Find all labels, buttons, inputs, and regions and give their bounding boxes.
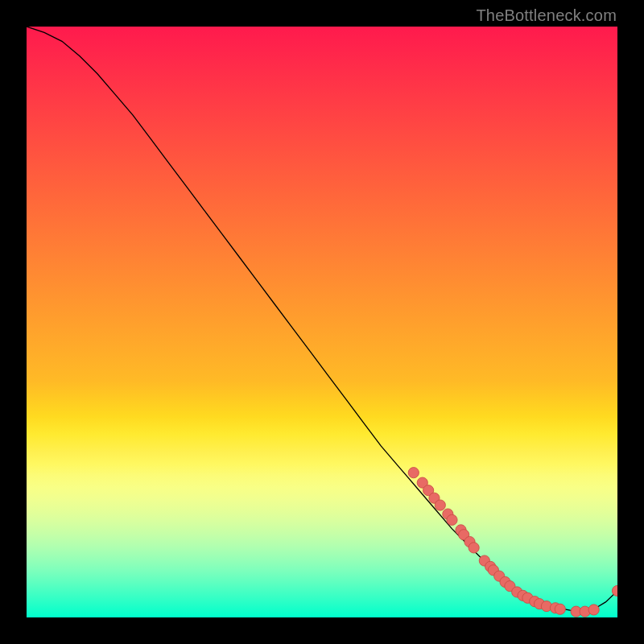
- watermark-text: TheBottleneck.com: [476, 6, 617, 25]
- chart-stage: TheBottleneck.com: [0, 0, 644, 644]
- gradient-background: [27, 27, 617, 617]
- plot-area: [27, 27, 617, 617]
